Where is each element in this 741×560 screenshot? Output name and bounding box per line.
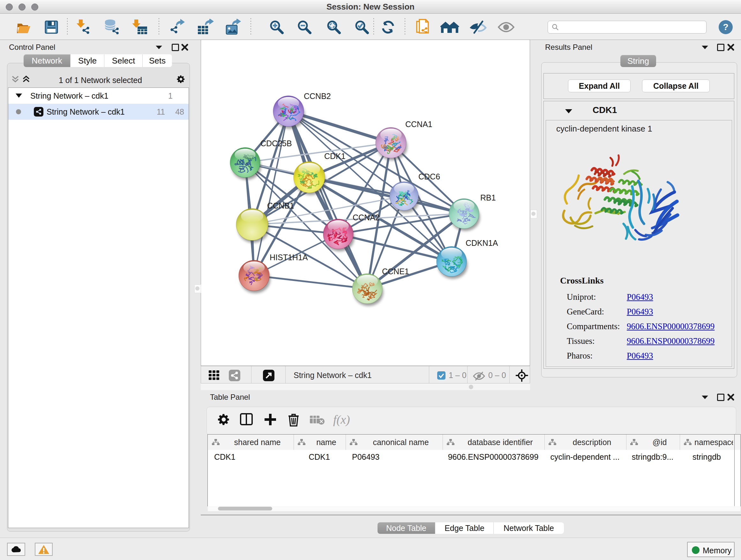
svg-text:HIST1H1A: HIST1H1A <box>270 253 308 262</box>
svg-text:?: ? <box>723 22 728 32</box>
svg-text:CCNE1: CCNE1 <box>382 267 409 276</box>
svg-text:CDK1: CDK1 <box>324 152 346 161</box>
svg-text:CDC6: CDC6 <box>418 172 440 181</box>
svg-text:CDKN1A: CDKN1A <box>466 239 498 247</box>
svg-text:CCNB2: CCNB2 <box>304 91 331 101</box>
svg-text:CCNB1: CCNB1 <box>267 201 294 210</box>
svg-text:CCNA1: CCNA1 <box>405 120 432 129</box>
svg-text:RB1: RB1 <box>480 193 496 202</box>
svg-text:CDC25B: CDC25B <box>260 139 292 148</box>
svg-text:CCNA2: CCNA2 <box>353 213 380 222</box>
